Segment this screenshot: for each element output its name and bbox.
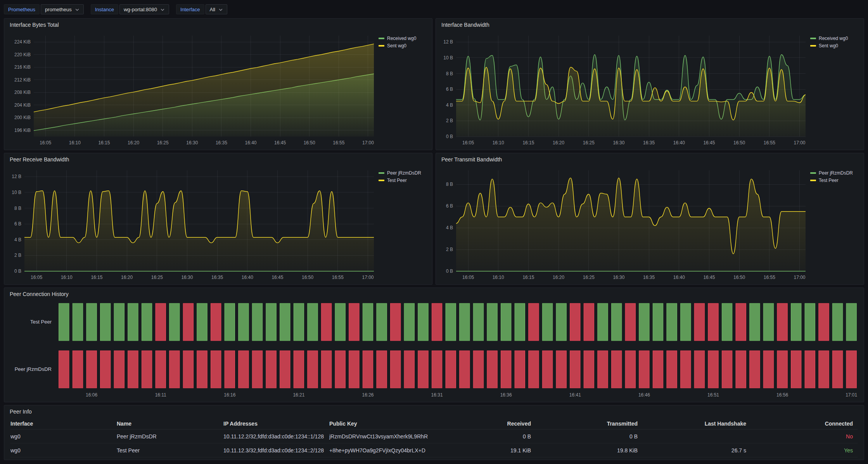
timeline-state-bar[interactable]: [529, 303, 539, 341]
timeline-state-bar[interactable]: [542, 303, 552, 341]
timeline-state-bar[interactable]: [681, 303, 691, 341]
legend-item-test-peer[interactable]: Test Peer: [810, 178, 861, 183]
timeline-state-bar[interactable]: [625, 351, 635, 388]
timeline-state-bar[interactable]: [542, 351, 552, 388]
timeline-state-bar[interactable]: [529, 351, 539, 388]
timeline-state-bar[interactable]: [708, 303, 718, 341]
timeline-state-bar[interactable]: [819, 303, 829, 341]
instance-var-label[interactable]: Instance: [91, 4, 118, 14]
timeline-state-bar[interactable]: [363, 351, 373, 388]
timeline-state-bar[interactable]: [377, 303, 387, 341]
timeline-state-bar[interactable]: [183, 351, 193, 388]
timeline-state-bar[interactable]: [819, 351, 829, 388]
timeline-state-bar[interactable]: [335, 303, 345, 341]
timeline-state-bar[interactable]: [612, 303, 622, 341]
timeline-state-bar[interactable]: [736, 351, 746, 388]
timeline-state-bar[interactable]: [114, 351, 124, 388]
interface-bandwidth-chart[interactable]: 0 B2 B4 B6 B8 B10 B12 B16:0516:1016:1516…: [438, 31, 810, 147]
peer-transmit-chart[interactable]: 0 B2 B4 B6 B8 B16:0516:1016:1516:2016:25…: [438, 166, 810, 282]
timeline-state-bar[interactable]: [584, 351, 594, 388]
timeline-state-bar[interactable]: [128, 303, 138, 341]
timeline-state-bar[interactable]: [473, 351, 483, 388]
column-header-public-key[interactable]: Public Key: [329, 421, 435, 427]
timeline-state-bar[interactable]: [404, 351, 414, 388]
timeline-state-bar[interactable]: [722, 351, 732, 388]
timeline-state-bar[interactable]: [694, 303, 704, 341]
timeline-state-bar[interactable]: [169, 351, 180, 388]
timeline-state-bar[interactable]: [432, 351, 442, 388]
timeline-state-bar[interactable]: [252, 351, 262, 388]
timeline-state-bar[interactable]: [432, 303, 442, 341]
panel-title[interactable]: Peer Info: [4, 405, 864, 418]
timeline-state-bar[interactable]: [59, 303, 69, 341]
timeline-state-bar[interactable]: [750, 351, 760, 388]
column-header-name[interactable]: Name: [117, 421, 223, 427]
timeline-state-bar[interactable]: [515, 351, 525, 388]
timeline-state-bar[interactable]: [763, 351, 773, 388]
timeline-state-bar[interactable]: [294, 351, 304, 388]
timeline-state-bar[interactable]: [321, 351, 331, 388]
timeline-state-bar[interactable]: [239, 351, 249, 388]
timeline-state-bar[interactable]: [404, 303, 414, 341]
legend-item-received-wg0[interactable]: Received wg0: [810, 36, 861, 41]
timeline-state-bar[interactable]: [349, 303, 359, 341]
timeline-state-bar[interactable]: [832, 351, 842, 388]
timeline-state-bar[interactable]: [570, 351, 580, 388]
timeline-state-bar[interactable]: [501, 351, 511, 388]
timeline-state-bar[interactable]: [73, 303, 83, 341]
timeline-state-bar[interactable]: [584, 303, 594, 341]
datasource-var-dropdown[interactable]: prometheus: [41, 4, 84, 14]
timeline-state-bar[interactable]: [460, 303, 470, 341]
timeline-state-bar[interactable]: [308, 351, 318, 388]
timeline-state-bar[interactable]: [114, 303, 124, 341]
timeline-state-bar[interactable]: [639, 351, 649, 388]
timeline-state-bar[interactable]: [169, 303, 180, 341]
timeline-state-bar[interactable]: [556, 303, 566, 341]
timeline-state-bar[interactable]: [128, 351, 138, 388]
panel-title[interactable]: Peer Connection History: [4, 288, 864, 300]
timeline-state-bar[interactable]: [211, 351, 221, 388]
panel-title[interactable]: Interface Bandwidth: [436, 19, 864, 31]
timeline-state-bar[interactable]: [156, 303, 166, 341]
timeline-state-bar[interactable]: [363, 303, 373, 341]
timeline-state-bar[interactable]: [86, 351, 97, 388]
timeline-state-bar[interactable]: [598, 351, 608, 388]
timeline-state-bar[interactable]: [736, 303, 746, 341]
timeline-state-bar[interactable]: [391, 351, 401, 388]
timeline-state-bar[interactable]: [667, 303, 677, 341]
timeline-state-bar[interactable]: [446, 303, 456, 341]
timeline-state-bar[interactable]: [473, 303, 483, 341]
timeline-state-bar[interactable]: [183, 303, 193, 341]
timeline-state-bar[interactable]: [280, 351, 290, 388]
timeline-state-bar[interactable]: [612, 351, 622, 388]
column-header-ip-addresses[interactable]: IP Addresses: [223, 421, 329, 427]
timeline-state-bar[interactable]: [100, 351, 111, 388]
timeline-state-bar[interactable]: [832, 303, 842, 341]
timeline-state-bar[interactable]: [750, 303, 760, 341]
timeline-state-bar[interactable]: [142, 351, 152, 388]
timeline-state-bar[interactable]: [639, 303, 649, 341]
panel-title[interactable]: Interface Bytes Total: [4, 19, 432, 31]
timeline-state-bar[interactable]: [225, 351, 235, 388]
instance-var-dropdown[interactable]: wg-portal:8080: [119, 4, 169, 14]
timeline-state-bar[interactable]: [335, 351, 345, 388]
timeline-state-bar[interactable]: [556, 351, 566, 388]
timeline-state-bar[interactable]: [349, 351, 359, 388]
timeline-state-bar[interactable]: [239, 303, 249, 341]
timeline-state-bar[interactable]: [722, 303, 732, 341]
timeline-state-bar[interactable]: [846, 351, 856, 388]
column-header-received[interactable]: Received: [435, 421, 536, 427]
timeline-state-bar[interactable]: [653, 303, 663, 341]
peer-receive-chart[interactable]: 0 B2 B4 B6 B8 B10 B12 B16:0516:1016:1516…: [7, 166, 379, 282]
timeline-state-bar[interactable]: [515, 303, 525, 341]
legend-item-peer-jrzmdsdr[interactable]: Peer jRzmDsDR: [379, 170, 430, 176]
interface-var-dropdown[interactable]: All: [206, 4, 227, 14]
column-header-interface[interactable]: Interface: [10, 421, 117, 427]
timeline-state-bar[interactable]: [294, 303, 304, 341]
timeline-state-bar[interactable]: [321, 303, 331, 341]
timeline-state-bar[interactable]: [625, 303, 635, 341]
timeline-state-bar[interactable]: [418, 303, 428, 341]
timeline-state-bar[interactable]: [501, 303, 511, 341]
timeline-state-bar[interactable]: [460, 351, 470, 388]
timeline-state-bar[interactable]: [197, 351, 207, 388]
